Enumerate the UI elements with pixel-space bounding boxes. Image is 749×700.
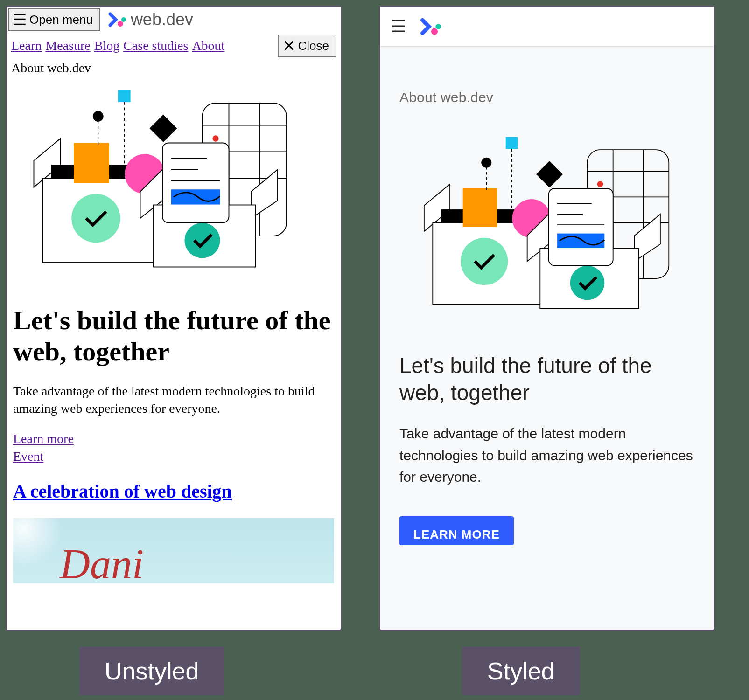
svg-rect-20: [149, 115, 177, 142]
close-icon: ✕: [282, 38, 295, 54]
unstyled-nav: Learn Measure Blog Case studies About ✕ …: [7, 33, 341, 59]
learn-more-link[interactable]: Learn more: [13, 430, 334, 448]
svg-point-45: [461, 238, 508, 285]
hamburger-icon[interactable]: ☰: [391, 17, 406, 36]
svg-point-30: [431, 28, 438, 35]
styled-appbar: ☰: [380, 7, 714, 47]
panel-styled: ☰ About web.dev: [379, 6, 715, 631]
link-block: Learn more Event: [7, 422, 341, 468]
comparison-captions: Unstyled Styled: [0, 625, 749, 700]
svg-rect-13: [74, 143, 109, 183]
learn-more-button[interactable]: LEARN MORE: [399, 516, 514, 545]
svg-rect-50: [536, 161, 563, 187]
unstyled-topbar: ☰ Open menu web.dev: [7, 7, 341, 33]
svg-point-24: [185, 223, 220, 258]
svg-rect-25: [162, 143, 229, 223]
svg-point-18: [93, 111, 104, 122]
close-label: Close: [298, 39, 329, 53]
article-image: Dani: [13, 518, 334, 583]
hero-illustration: [411, 124, 682, 321]
svg-rect-59: [557, 234, 604, 248]
svg-rect-46: [506, 137, 518, 149]
svg-point-1: [121, 17, 126, 22]
page-heading: Let's build the future of the web, toget…: [7, 291, 341, 372]
webdev-mark-icon: [419, 17, 443, 36]
panel-unstyled: ☰ Open menu web.dev Learn Measure Blog C…: [6, 6, 342, 631]
hamburger-icon: ☰: [13, 12, 27, 28]
nav-measure[interactable]: Measure: [45, 38, 90, 53]
nav-blog[interactable]: Blog: [94, 38, 119, 53]
brand-name: web.dev: [131, 10, 193, 29]
webdev-mark-icon: [107, 11, 128, 28]
svg-point-38: [597, 181, 603, 187]
svg-point-8: [212, 135, 218, 141]
svg-rect-16: [118, 90, 131, 103]
decorative-script: Dani: [60, 540, 144, 583]
nav-learn[interactable]: Learn: [11, 38, 42, 53]
event-link[interactable]: Event: [13, 448, 334, 465]
svg-point-15: [71, 194, 120, 243]
nav-about[interactable]: About: [192, 38, 224, 53]
svg-rect-55: [549, 188, 613, 266]
eyebrow-text: About web.dev: [399, 90, 694, 105]
close-menu-button[interactable]: ✕ Close: [278, 35, 336, 57]
svg-point-54: [570, 266, 605, 300]
page-tagline: Take advantage of the latest modern tech…: [7, 372, 341, 422]
open-menu-button[interactable]: ☰ Open menu: [8, 8, 100, 31]
open-menu-label: Open menu: [29, 13, 93, 27]
styled-body: About web.dev: [380, 47, 714, 545]
caption-unstyled: Unstyled: [79, 647, 224, 695]
page-heading: Let's build the future of the web, toget…: [399, 353, 694, 406]
hero-illustration: [21, 76, 325, 280]
svg-rect-43: [463, 188, 497, 227]
eyebrow-text: About web.dev: [7, 59, 341, 76]
page-tagline: Take advantage of the latest modern tech…: [399, 423, 694, 488]
svg-point-31: [435, 24, 441, 29]
svg-rect-29: [171, 189, 220, 204]
caption-styled: Styled: [462, 647, 580, 695]
brand-logo: web.dev: [107, 10, 193, 29]
svg-point-48: [481, 158, 491, 168]
subheading-link[interactable]: A celebration of web design: [13, 481, 232, 502]
nav-case-studies[interactable]: Case studies: [123, 38, 188, 53]
svg-point-0: [118, 21, 123, 27]
